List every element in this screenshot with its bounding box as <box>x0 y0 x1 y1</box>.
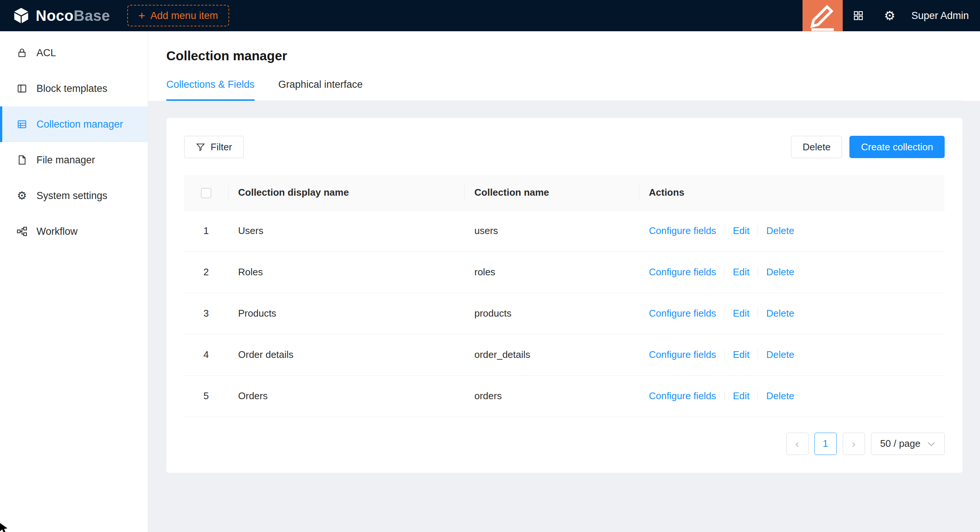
tab-collections-fields[interactable]: Collections & Fields <box>166 79 255 101</box>
sidebar-item-label: Block templates <box>37 83 108 94</box>
edit-link[interactable]: Edit <box>733 349 750 360</box>
sidebar-item-label: ACL <box>37 47 56 59</box>
pagination: ‹ 1 › 50 / page <box>184 433 945 455</box>
create-collection-button[interactable]: Create collection <box>850 136 945 158</box>
filter-button[interactable]: Filter <box>184 136 244 158</box>
gear-icon: ⚙ <box>884 9 895 22</box>
row-index: 5 <box>184 375 228 417</box>
layout-icon <box>16 83 27 94</box>
delete-link[interactable]: Delete <box>766 225 794 236</box>
ui-editor-toggle-button[interactable] <box>803 0 843 31</box>
cell-actions: Configure fieldsEditDelete <box>639 375 945 417</box>
configure-fields-link[interactable]: Configure fields <box>649 349 716 360</box>
edit-link[interactable]: Edit <box>733 390 750 402</box>
mouse-cursor <box>0 523 10 532</box>
table-row: 4 Order details order_details Configure … <box>184 334 945 375</box>
plugins-button[interactable] <box>843 0 874 31</box>
table-row: 2 Roles roles Configure fieldsEditDelete <box>184 251 945 293</box>
sidebar-item-acl[interactable]: ACL <box>0 35 148 71</box>
cell-display-name: Orders <box>228 375 465 417</box>
cell-display-name: Products <box>228 293 465 334</box>
logo-base: Base <box>74 8 110 24</box>
column-header-actions: Actions <box>639 175 945 210</box>
topbar: NocoBase + Add menu item <box>0 0 980 31</box>
filter-funnel-icon <box>196 142 205 152</box>
app-root: NocoBase + Add menu item <box>0 0 980 532</box>
column-header-display-name: Collection display name <box>228 175 465 210</box>
table-header-row: Collection display name Collection name … <box>184 175 945 210</box>
tab-bar: Collections & Fields Graphical interface <box>166 79 962 101</box>
collections-table: Collection display name Collection name … <box>184 175 945 417</box>
pagination-prev-button[interactable]: ‹ <box>786 433 808 455</box>
edit-link[interactable]: Edit <box>733 266 750 278</box>
configure-fields-link[interactable]: Configure fields <box>649 390 716 402</box>
divider <box>757 391 758 400</box>
delete-link[interactable]: Delete <box>766 349 794 360</box>
edit-link[interactable]: Edit <box>733 308 750 319</box>
page-size-value: 50 / page <box>880 438 921 449</box>
nocobase-logo[interactable]: NocoBase <box>0 7 124 24</box>
cell-actions: Configure fieldsEditDelete <box>639 251 945 293</box>
select-all-checkbox[interactable] <box>201 188 211 198</box>
main-layout: ACL Block templates Collection manager <box>0 31 980 532</box>
cell-collection-name: orders <box>465 375 639 417</box>
card-toolbar: Filter Delete Create collection <box>184 136 945 158</box>
cell-actions: Configure fieldsEditDelete <box>639 334 945 375</box>
add-menu-item-button[interactable]: + Add menu item <box>127 5 229 26</box>
cell-display-name: Roles <box>228 251 465 293</box>
delete-link[interactable]: Delete <box>766 266 794 278</box>
sidebar-item-file-manager[interactable]: File manager <box>0 142 148 178</box>
delete-button[interactable]: Delete <box>791 136 842 158</box>
row-index: 2 <box>184 251 228 293</box>
divider <box>757 349 758 359</box>
current-user[interactable]: Super Admin <box>905 10 980 22</box>
logo-noco: Noco <box>36 8 74 24</box>
cell-collection-name: products <box>465 293 639 334</box>
column-header-collection-name: Collection name <box>465 175 639 210</box>
sidebar-item-label: Workflow <box>37 226 78 237</box>
cell-collection-name: users <box>465 210 639 251</box>
sidebar-item-collection-manager[interactable]: Collection manager <box>0 106 148 142</box>
content-body: Filter Delete Create collection <box>148 101 980 532</box>
configure-fields-link[interactable]: Configure fields <box>649 308 716 319</box>
configure-fields-link[interactable]: Configure fields <box>649 266 716 278</box>
logo-text: NocoBase <box>36 8 110 24</box>
collections-card: Filter Delete Create collection <box>166 118 963 473</box>
delete-link[interactable]: Delete <box>766 308 794 319</box>
delete-link[interactable]: Delete <box>766 390 794 402</box>
page-title: Collection manager <box>166 48 962 63</box>
sidebar-item-workflow[interactable]: Workflow <box>0 214 148 249</box>
workflow-branch-icon <box>16 226 27 237</box>
sidebar-item-label: System settings <box>37 190 108 202</box>
cell-actions: Configure fieldsEditDelete <box>639 293 945 334</box>
row-index: 1 <box>184 210 228 251</box>
tab-graphical-interface[interactable]: Graphical interface <box>278 79 363 101</box>
sidebar-item-block-templates[interactable]: Block templates <box>0 71 148 106</box>
divider <box>757 308 758 318</box>
pagination-next-button[interactable]: › <box>843 433 865 455</box>
page-size-select[interactable]: 50 / page <box>871 433 945 455</box>
divider <box>757 226 758 235</box>
table-row: 1 Users users Configure fieldsEditDelete <box>184 210 945 251</box>
divider <box>724 267 725 276</box>
database-table-icon <box>16 119 27 130</box>
cell-display-name: Users <box>228 210 465 251</box>
table-row: 5 Orders orders Configure fieldsEditDele… <box>184 375 945 417</box>
grid-icon <box>853 10 864 21</box>
system-settings-button[interactable]: ⚙ <box>874 0 905 31</box>
configure-fields-link[interactable]: Configure fields <box>649 225 716 236</box>
cell-actions: Configure fieldsEditDelete <box>639 210 945 251</box>
toolbar-right: Delete Create collection <box>791 136 945 158</box>
sidebar-item-system-settings[interactable]: ⚙ System settings <box>0 178 148 214</box>
divider <box>724 349 725 359</box>
lock-icon <box>16 47 27 59</box>
gear-icon: ⚙ <box>16 190 27 201</box>
row-index: 3 <box>184 293 228 334</box>
pagination-page-1-button[interactable]: 1 <box>815 433 837 455</box>
divider <box>757 267 758 276</box>
edit-link[interactable]: Edit <box>733 225 750 236</box>
file-icon <box>16 154 27 165</box>
sidebar: ACL Block templates Collection manager <box>0 31 148 532</box>
table-row: 3 Products products Configure fieldsEdit… <box>184 293 945 334</box>
plus-icon: + <box>138 10 145 22</box>
